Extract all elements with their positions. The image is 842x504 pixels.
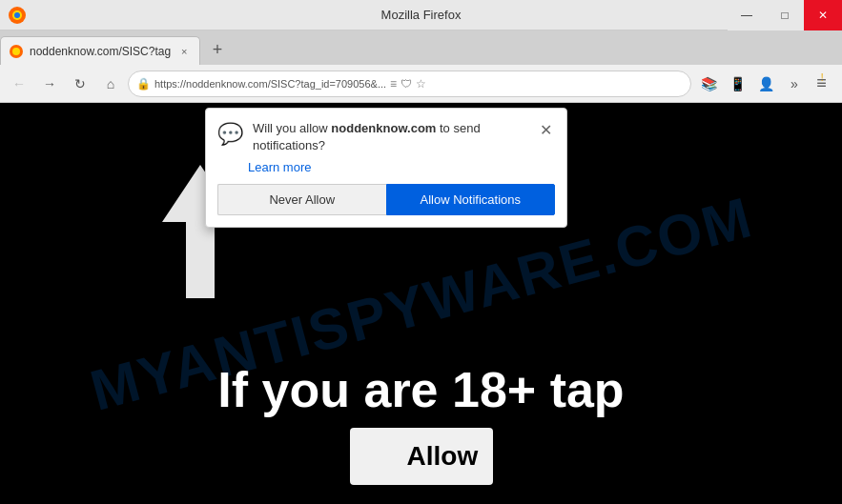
address-text: https://noddenknow.com/SISC?tag_id=70905… [154, 78, 386, 90]
popup-chat-icon: 💬 [217, 122, 243, 147]
page-content: MYANTISPYWARE.COM If you are 18+ tap All… [0, 103, 842, 504]
popup-close-button[interactable]: ✕ [536, 120, 555, 139]
security-icon: 🔒 [136, 77, 151, 91]
popup-message: Will you allow noddenknow.com to send no… [253, 120, 526, 154]
library-button[interactable]: 📚 [695, 71, 722, 97]
page-main-text: If you are 18+ tap [217, 361, 624, 418]
tab-bar: noddenknow.com/SISC?tag × + [0, 30, 842, 65]
reader-mode-icon[interactable]: ≡ [390, 77, 397, 91]
home-button[interactable]: ⌂ [97, 71, 124, 97]
allow-notifications-button[interactable]: Allow Notifications [386, 184, 556, 215]
address-bar[interactable]: 🔒 https://noddenknow.com/SISC?tag_id=709… [128, 71, 691, 97]
learn-more-link[interactable]: Learn more [248, 160, 555, 174]
menu-button[interactable]: ≡ ! [810, 71, 836, 97]
reload-button[interactable]: ↻ [67, 71, 93, 97]
popup-domain: noddenknow.com [331, 121, 436, 135]
never-allow-button[interactable]: Never Allow [217, 184, 386, 215]
browser-window: Mozilla Firefox — □ ✕ noddenknow.com/SIS… [0, 0, 842, 504]
notification-popup: 💬 Will you allow noddenknow.com to send … [205, 108, 567, 228]
maximize-button[interactable]: □ [766, 0, 804, 30]
close-button[interactable]: ✕ [804, 0, 842, 30]
tab-label: noddenknow.com/SISC?tag [30, 45, 171, 58]
minimize-button[interactable]: — [728, 0, 766, 30]
tab-favicon-icon [9, 44, 24, 59]
popup-header: 💬 Will you allow noddenknow.com to send … [217, 120, 555, 154]
popup-message-prefix: Will you allow [253, 121, 331, 135]
nav-right-icons: 📚 📱 👤 » ≡ ! [695, 71, 836, 97]
title-bar: Mozilla Firefox — □ ✕ [0, 0, 842, 30]
tab-close-button[interactable]: × [176, 44, 192, 59]
active-tab[interactable]: noddenknow.com/SISC?tag × [0, 36, 200, 65]
forward-button[interactable]: → [36, 71, 63, 97]
popup-buttons: Never Allow Allow Notifications [217, 184, 555, 215]
browser-title: Mozilla Firefox [381, 8, 462, 22]
extensions-icon[interactable]: 🛡 [400, 77, 412, 91]
new-tab-button[interactable]: + [204, 36, 231, 63]
back-button[interactable]: ← [6, 71, 32, 97]
nav-bar: ← → ↻ ⌂ 🔒 https://noddenknow.com/SISC?ta… [0, 65, 842, 103]
svg-point-4 [12, 48, 20, 55]
container-icon[interactable]: 👤 [752, 71, 779, 97]
extensions-button[interactable]: » [781, 71, 808, 97]
svg-point-2 [14, 12, 20, 18]
firefox-icon [8, 6, 27, 25]
allow-page-button[interactable]: Allow [350, 428, 493, 485]
window-controls: — □ ✕ [728, 0, 842, 30]
address-right-icons: ≡ 🛡 ☆ [390, 77, 426, 91]
synced-tabs-button[interactable]: 📱 [724, 71, 750, 97]
bookmark-star-icon[interactable]: ☆ [416, 77, 426, 91]
